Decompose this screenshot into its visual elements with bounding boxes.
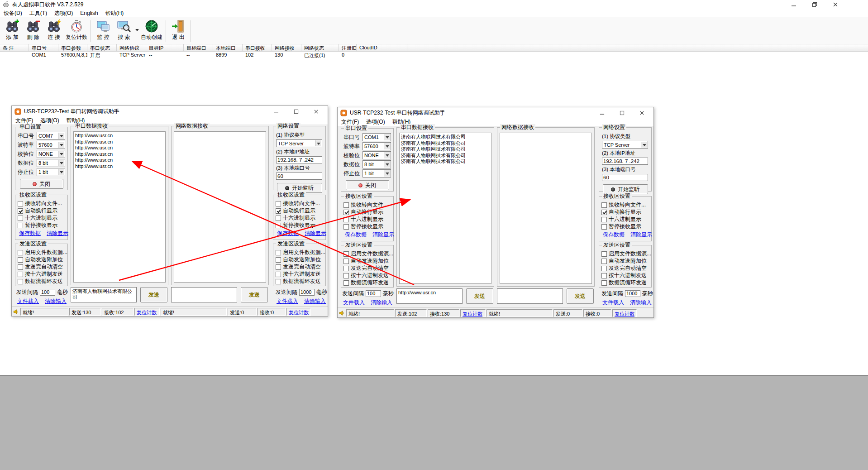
checkbox-option[interactable]: 启用文件数据源... — [601, 250, 649, 257]
checkbox-option[interactable]: 按十六进制发送 — [601, 272, 649, 279]
checkbox-option[interactable]: 启用文件数据源... — [18, 249, 65, 256]
checkbox[interactable] — [343, 259, 349, 264]
column-header[interactable]: 串口状态 — [87, 44, 117, 51]
checkbox-option[interactable]: 自动换行显示 — [601, 209, 649, 216]
open-close-port-button[interactable]: 关闭 — [20, 179, 63, 189]
protocol-select[interactable]: TCP Server — [276, 139, 322, 147]
checkbox[interactable] — [276, 216, 281, 221]
checkbox[interactable] — [343, 217, 349, 222]
action-link[interactable]: 保存数据 — [603, 231, 625, 239]
restore-button[interactable] — [809, 1, 820, 8]
checkbox-option[interactable]: 数据流循环发送 — [601, 279, 649, 286]
checkbox-option[interactable]: 暂停接收显示 — [343, 223, 391, 230]
checkbox[interactable] — [276, 250, 281, 255]
network-send-button[interactable]: 发送 — [567, 288, 594, 304]
local-ip-input[interactable]: 192.168. 7 .242 — [602, 158, 648, 165]
checkbox-option[interactable]: 启用文件数据源... — [343, 250, 391, 257]
column-header[interactable]: 串口参数 — [58, 44, 87, 51]
checkbox[interactable] — [18, 250, 23, 255]
reset-count-link[interactable]: 复位计数 — [460, 309, 486, 317]
checkbox-option[interactable]: 自动发送附加位 — [18, 256, 65, 263]
local-ip-input[interactable]: 192.168. 7 .242 — [276, 156, 322, 163]
toolbar-exit-button[interactable]: 退 出 — [168, 19, 189, 40]
column-header[interactable]: 网络接收 — [272, 44, 301, 51]
checkbox-option[interactable]: 自动换行显示 — [343, 209, 391, 216]
toolbar-add-button[interactable]: 添 加 — [2, 19, 23, 40]
toolbar-auto-create-button[interactable]: 自动创建 — [139, 19, 164, 40]
combo-select[interactable]: 57600 — [362, 142, 391, 150]
menubar-item[interactable]: 工具(T) — [26, 9, 51, 18]
serial-send-input[interactable]: http://www.usr.cn — [396, 288, 463, 304]
checkbox-option[interactable]: 数据流循环发送 — [343, 279, 391, 286]
checkbox[interactable] — [601, 259, 607, 264]
checkbox-option[interactable]: 按十六进制发送 — [276, 271, 323, 278]
action-link[interactable]: 保存数据 — [19, 230, 41, 237]
action-link[interactable]: 清除显示 — [630, 231, 652, 239]
send-interval-input[interactable]: 1000 — [625, 290, 640, 297]
checkbox-option[interactable]: 自动换行显示 — [18, 207, 65, 214]
checkbox[interactable] — [18, 272, 23, 277]
checkbox-option[interactable]: 启用文件数据源... — [276, 249, 323, 256]
checkbox[interactable] — [343, 224, 349, 230]
action-link[interactable]: 清除输入 — [45, 297, 67, 305]
checkbox-option[interactable]: 十六进制显示 — [18, 215, 65, 221]
toolbar-reset-count-button[interactable]: 复位计数 — [64, 19, 89, 40]
local-port-input[interactable]: 60 — [602, 174, 648, 181]
serial-send-button[interactable]: 发送 — [466, 288, 493, 304]
column-header[interactable]: 目标IP — [146, 44, 184, 51]
action-link[interactable]: 保存数据 — [345, 231, 367, 239]
protocol-select[interactable]: TCP Server — [602, 141, 648, 149]
maximize-button[interactable] — [291, 108, 301, 115]
checkbox[interactable] — [18, 264, 23, 270]
checkbox[interactable] — [343, 251, 349, 257]
action-link[interactable]: 文件载入 — [17, 297, 39, 305]
combo-select[interactable]: 57600 — [37, 141, 65, 149]
serial-receive-area[interactable]: 济南有人物联网技术有限公司济南有人物联网技术有限公司济南有人物联网技术有限公司济… — [399, 133, 491, 284]
action-link[interactable]: 清除显示 — [372, 231, 394, 239]
checkbox-option[interactable]: 自动发送附加位 — [276, 256, 323, 263]
checkbox[interactable] — [601, 224, 607, 230]
checkbox[interactable] — [18, 257, 23, 263]
action-link[interactable]: 清除输入 — [371, 299, 392, 307]
checkbox-option[interactable]: 接收转向文件... — [18, 200, 65, 207]
checkbox-option[interactable]: 自动换行显示 — [276, 207, 323, 214]
combo-select[interactable]: 8 bit — [37, 159, 65, 167]
column-header[interactable]: 目标端口 — [184, 44, 213, 51]
column-header[interactable]: 注册ID — [339, 44, 357, 51]
checkbox-option[interactable]: 十六进制显示 — [343, 216, 391, 223]
checkbox-option[interactable]: 暂停接收显示 — [276, 222, 323, 229]
network-send-input[interactable] — [497, 288, 563, 304]
minimize-button[interactable] — [271, 108, 281, 115]
action-link[interactable]: 保存数据 — [277, 230, 299, 237]
local-port-input[interactable]: 60 — [276, 173, 322, 180]
combo-select[interactable]: 1 bit — [37, 168, 65, 176]
menubar-item[interactable]: 选项(O) — [51, 9, 76, 18]
action-link[interactable]: 清除输入 — [304, 297, 326, 305]
open-close-port-button[interactable]: 关闭 — [346, 180, 389, 190]
window-titlebar[interactable]: USR-TCP232-Test 串口转网络调试助手 — [338, 107, 653, 118]
main-titlebar[interactable]: 有人虚拟串口软件 V3.7.2.529 — [0, 0, 868, 9]
minimize-button[interactable] — [788, 1, 799, 8]
maximize-button[interactable] — [616, 110, 627, 116]
menubar-item[interactable]: 帮助(H) — [102, 9, 128, 18]
checkbox[interactable] — [276, 264, 281, 270]
column-header[interactable]: CloudID — [357, 44, 407, 51]
serial-send-button[interactable]: 发送 — [140, 287, 167, 302]
checkbox[interactable] — [343, 202, 349, 208]
toolbar-delete-button[interactable]: 删 除 — [23, 19, 43, 40]
serial-send-input[interactable]: 济南有人物联网技术有限公司 — [71, 287, 137, 302]
action-link[interactable]: 文件载入 — [602, 299, 624, 307]
reset-count-link[interactable]: 复位计数 — [612, 309, 637, 317]
checkbox[interactable] — [601, 251, 607, 257]
checkbox-option[interactable]: 接收转向文件... — [343, 201, 391, 208]
checkbox-option[interactable]: 发送完自动清空 — [276, 264, 323, 270]
combo-select[interactable]: NONE — [362, 151, 391, 159]
column-header[interactable]: 备 注 — [0, 44, 29, 51]
checkbox-option[interactable]: 自动发送附加位 — [601, 258, 649, 264]
checkbox[interactable] — [276, 279, 281, 284]
network-receive-area[interactable] — [500, 133, 592, 284]
action-link[interactable]: 清除输入 — [630, 299, 652, 307]
checkbox[interactable] — [18, 201, 23, 206]
menubar-item[interactable]: 设备(D) — [0, 9, 26, 18]
checkbox[interactable] — [276, 201, 281, 206]
